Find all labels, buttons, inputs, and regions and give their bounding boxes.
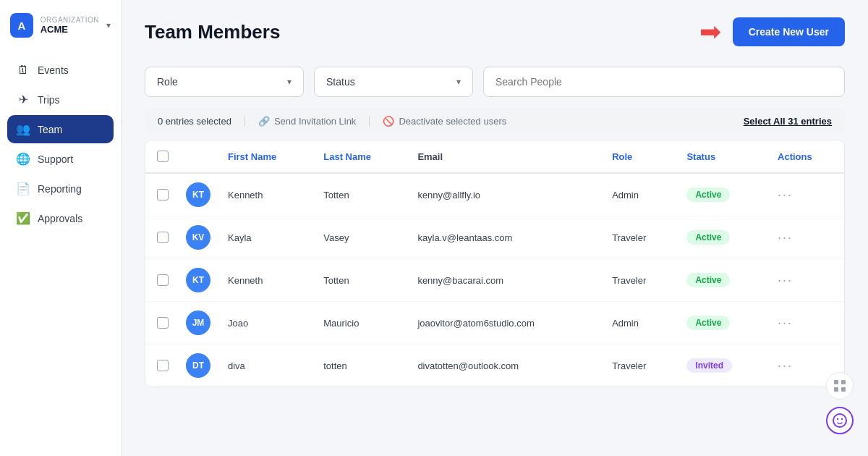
row-status: Active <box>678 216 769 259</box>
trips-icon: ✈ <box>16 93 30 106</box>
entries-selected-count: 0 entries selected <box>158 116 245 127</box>
row-role: Traveler <box>603 259 678 302</box>
org-label: Organization <box>41 16 99 24</box>
role-filter-label: Role <box>157 76 178 88</box>
checkbox-header <box>145 140 177 173</box>
sidebar-item-label: Approvals <box>38 213 82 224</box>
face-icon-button[interactable] <box>826 407 854 434</box>
row-avatar-cell: KT <box>177 173 219 216</box>
table-row: KT Kenneth Totten kenny@bacarai.com Trav… <box>145 259 844 302</box>
filters-row: Role ▾ Status ▾ <box>145 67 845 97</box>
svg-rect-3 <box>841 387 846 392</box>
deactivate-users-button[interactable]: 🚫 Deactivate selected users <box>383 116 519 127</box>
row-checkbox-cell <box>145 259 177 302</box>
role-filter[interactable]: Role ▾ <box>145 67 304 97</box>
avatar: KV <box>186 225 210 250</box>
row-avatar-cell: DT <box>177 345 219 387</box>
status-badge: Active <box>686 316 730 330</box>
row-actions: ··· <box>769 302 844 345</box>
row-actions: ··· <box>769 216 844 259</box>
sidebar-item-trips[interactable]: ✈ Trips <box>7 85 114 114</box>
send-invitation-link-button[interactable]: 🔗 Send Invitation Link <box>258 116 370 127</box>
row-checkbox-cell <box>145 216 177 259</box>
svg-point-6 <box>841 418 843 420</box>
row-actions-menu-button[interactable]: ··· <box>778 316 793 330</box>
status-badge: Active <box>686 187 730 202</box>
chevron-down-icon: ▾ <box>456 77 461 87</box>
team-table: First Name Last Name Email Role Status A… <box>145 140 845 387</box>
row-email: divatotten@outlook.com <box>409 345 603 387</box>
sidebar-item-support[interactable]: 🌐 Support <box>7 145 114 173</box>
row-role: Admin <box>603 173 678 216</box>
row-actions-menu-button[interactable]: ··· <box>778 230 793 245</box>
row-last-name: Vasey <box>315 216 409 259</box>
sidebar-item-approvals[interactable]: ✅ Approvals <box>7 204 114 232</box>
role-header[interactable]: Role <box>603 140 678 173</box>
sidebar-item-events[interactable]: 🗓 Events <box>7 56 114 84</box>
avatar: KT <box>186 182 210 207</box>
last-name-header[interactable]: Last Name <box>315 140 409 173</box>
select-all-link[interactable]: Select All 31 entries <box>744 116 832 127</box>
search-input[interactable] <box>483 67 845 97</box>
row-checkbox-cell <box>145 173 177 216</box>
row-avatar-cell: JM <box>177 302 219 345</box>
row-avatar-cell: KV <box>177 216 219 259</box>
first-name-header[interactable]: First Name <box>219 140 315 173</box>
row-status: Invited <box>678 345 769 387</box>
row-checkbox[interactable] <box>157 360 169 371</box>
svg-rect-0 <box>834 380 838 384</box>
table-row: DT diva totten divatotten@outlook.com Tr… <box>145 345 844 387</box>
row-actions-menu-button[interactable]: ··· <box>778 273 793 287</box>
team-icon: 👥 <box>16 122 30 136</box>
svg-point-4 <box>833 414 846 427</box>
row-status: Active <box>678 302 769 345</box>
svg-rect-1 <box>841 380 846 384</box>
row-checkbox[interactable] <box>157 274 169 286</box>
floating-icons <box>826 372 854 434</box>
row-actions-menu-button[interactable]: ··· <box>778 187 793 202</box>
row-first-name: Joao <box>219 302 315 345</box>
avatar-col-header <box>177 140 219 173</box>
row-role: Admin <box>603 302 678 345</box>
row-status: Active <box>678 259 769 302</box>
row-checkbox[interactable] <box>157 232 169 243</box>
table-row: JM Joao Mauricio joaovitor@atom6studio.c… <box>145 302 844 345</box>
avatar: DT <box>186 353 210 378</box>
row-actions-menu-button[interactable]: ··· <box>778 358 793 373</box>
row-actions: ··· <box>769 259 844 302</box>
row-first-name: diva <box>219 345 315 387</box>
actions-header: Actions <box>769 140 844 173</box>
email-header: Email <box>409 140 603 173</box>
row-checkbox[interactable] <box>157 317 169 329</box>
sidebar-item-label: Support <box>38 153 73 165</box>
row-email: kenny@allfly.io <box>409 173 603 216</box>
sidebar-nav: 🗓 Events ✈ Trips 👥 Team 🌐 Support 📄 Repo… <box>0 51 121 238</box>
row-checkbox[interactable] <box>157 189 169 200</box>
row-first-name: Kenneth <box>219 259 315 302</box>
org-name: ACME <box>41 24 99 35</box>
page-header: Team Members ➡ Create New User <box>145 17 845 46</box>
events-icon: 🗓 <box>16 64 30 77</box>
org-selector[interactable]: A Organization ACME ▾ <box>0 0 121 51</box>
sidebar-item-team[interactable]: 👥 Team <box>7 115 114 143</box>
support-icon: 🌐 <box>16 152 30 166</box>
arrow-annotation: ➡ <box>699 19 721 45</box>
status-filter[interactable]: Status ▾ <box>314 67 473 97</box>
table-header-row: First Name Last Name Email Role Status A… <box>145 140 844 173</box>
row-last-name: Mauricio <box>315 302 409 345</box>
select-all-checkbox[interactable] <box>157 151 169 162</box>
row-role: Traveler <box>603 216 678 259</box>
row-first-name: Kayla <box>219 216 315 259</box>
page-title: Team Members <box>145 21 280 43</box>
row-last-name: totten <box>315 345 409 387</box>
row-last-name: Totten <box>315 173 409 216</box>
sidebar-item-label: Team <box>38 124 62 135</box>
sidebar-item-label: Events <box>38 64 69 76</box>
row-last-name: Totten <box>315 259 409 302</box>
sidebar: A Organization ACME ▾ 🗓 Events ✈ Trips 👥… <box>0 0 122 456</box>
sidebar-item-reporting[interactable]: 📄 Reporting <box>7 174 114 203</box>
apps-icon-button[interactable] <box>826 372 854 400</box>
status-header[interactable]: Status <box>678 140 769 173</box>
create-new-user-button[interactable]: Create New User <box>733 17 845 46</box>
table-row: KT Kenneth Totten kenny@allfly.io Admin … <box>145 173 844 216</box>
